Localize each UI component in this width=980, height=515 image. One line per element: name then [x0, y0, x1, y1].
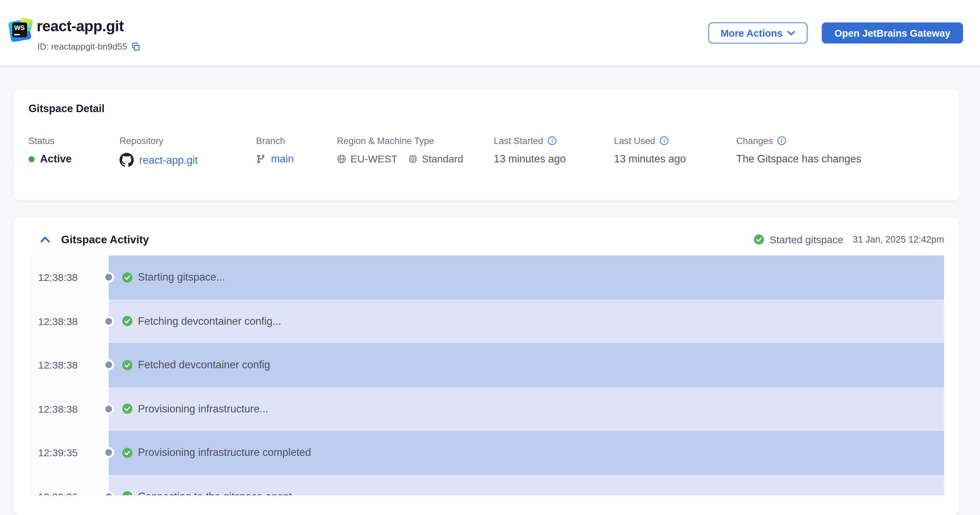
field-changes: Changes The Gitspace has changes — [736, 135, 861, 165]
log-timestamp: 12:39:35 — [38, 447, 78, 459]
chevron-down-icon — [787, 30, 795, 36]
branch-link[interactable]: main — [271, 153, 294, 165]
activity-log-row[interactable]: 12:38:38 Fetching devcontainer config... — [14, 299, 959, 343]
activity-title: Gitspace Activity — [61, 234, 149, 246]
check-circle-icon — [122, 360, 132, 370]
status-active-dot-icon — [29, 156, 35, 162]
timeline-dot-icon — [103, 403, 114, 415]
timeline-dot-icon — [103, 316, 114, 327]
activity-log-rows: 12:38:38 Starting gitspace... 12:38:38 F… — [14, 255, 959, 495]
field-last-started: Last Started 13 minutes ago — [494, 135, 566, 165]
git-branch-icon — [256, 154, 266, 164]
info-icon[interactable] — [777, 136, 786, 145]
check-circle-icon — [122, 448, 132, 458]
last-started-value: 13 minutes ago — [494, 153, 566, 165]
log-message: Starting gitspace... — [138, 271, 225, 284]
log-row-fill: Fetched devcontainer config — [109, 343, 944, 387]
info-icon[interactable] — [659, 136, 669, 145]
activity-latest-status: Started gitspace — [770, 234, 843, 245]
webstorm-icon-underscore — [14, 34, 20, 35]
field-last-used: Last Used 13 minutes ago — [614, 135, 686, 165]
activity-log-row[interactable]: 12:38:38 Fetched devcontainer config — [14, 343, 959, 387]
gitspace-id-label: ID: reactappgit-bn9d55 — [37, 41, 127, 52]
log-timestamp: 12:39:36 — [38, 491, 78, 496]
github-icon — [119, 153, 134, 167]
timeline-dot-icon — [103, 447, 114, 458]
last-started-label: Last Started — [494, 136, 543, 146]
copy-id-icon[interactable] — [131, 42, 141, 51]
log-message: Provisioning infrastructure... — [138, 403, 268, 415]
changes-label: Changes — [736, 136, 773, 146]
log-message: Provisioning infrastructure completed — [138, 447, 311, 459]
check-circle-icon — [122, 404, 132, 414]
timeline-dot-icon — [103, 272, 114, 283]
log-row-fill: Fetching devcontainer config... — [109, 299, 944, 343]
check-circle-icon — [754, 234, 764, 245]
webstorm-icon-underscore-holder — [12, 22, 27, 37]
repository-link[interactable]: react-app.git — [139, 154, 197, 166]
region-machine-label: Region & Machine Type — [337, 135, 463, 146]
info-icon[interactable] — [547, 136, 557, 145]
collapse-activity-button[interactable] — [37, 234, 53, 246]
log-row-fill: Provisioning infrastructure... — [109, 387, 944, 431]
changes-value: The Gitspace has changes — [736, 153, 861, 165]
globe-icon — [337, 154, 346, 163]
activity-log-row[interactable]: 12:38:38 Provisioning infrastructure... — [14, 387, 959, 431]
log-row-fill: Connecting to the gitspace agent — [109, 475, 944, 495]
log-timestamp: 12:38:38 — [38, 316, 78, 327]
open-jetbrains-gateway-label: Open JetBrains Gateway — [834, 27, 950, 38]
gitspace-detail-page: WS react-app.git ID: reactappgit-bn9d55 … — [0, 0, 980, 515]
page-title: react-app.git — [37, 18, 124, 35]
log-message: Connecting to the gitspace agent — [138, 491, 292, 496]
activity-log-viewport[interactable]: 12:38:38 Starting gitspace... 12:38:38 F… — [14, 255, 959, 495]
branch-label: Branch — [256, 135, 294, 146]
more-actions-button[interactable]: More Actions — [708, 22, 808, 43]
log-row-fill: Starting gitspace... — [109, 255, 944, 299]
machine-type-value: Standard — [422, 153, 463, 164]
log-row-fill: Provisioning infrastructure completed — [109, 431, 944, 475]
more-actions-label: More Actions — [721, 27, 783, 38]
log-timestamp: 12:38:38 — [38, 359, 78, 371]
activity-log-row[interactable]: 12:38:38 Starting gitspace... — [14, 255, 959, 299]
log-message: Fetched devcontainer config — [138, 359, 270, 371]
log-message: Fetching devcontainer config... — [138, 315, 281, 327]
check-circle-icon — [122, 316, 132, 327]
field-region-machine: Region & Machine Type EU-WEST Standard — [337, 135, 463, 164]
gitspace-detail-card: Gitspace Detail Status Active Repository… — [14, 89, 959, 201]
status-value: Active — [40, 153, 72, 165]
gitspace-activity-card: Gitspace Activity Started gitspace 31 Ja… — [14, 217, 959, 515]
last-used-value: 13 minutes ago — [614, 153, 686, 165]
log-timestamp: 12:38:38 — [38, 272, 78, 283]
activity-latest-timestamp: 31 Jan, 2025 12:42pm — [853, 234, 944, 245]
repository-label: Repository — [119, 135, 197, 146]
field-status: Status Active — [29, 135, 72, 165]
activity-log-row[interactable]: 12:39:35 Provisioning infrastructure com… — [14, 431, 959, 475]
webstorm-icon: WS — [9, 18, 32, 41]
chevron-up-icon — [40, 235, 50, 243]
check-circle-icon — [122, 273, 132, 283]
machine-type-icon — [408, 154, 418, 163]
activity-log-row[interactable]: 12:39:36 Connecting to the gitspace agen… — [14, 475, 959, 495]
log-timestamp: 12:38:38 — [38, 403, 78, 415]
field-repository: Repository react-app.git — [119, 135, 197, 167]
check-circle-icon — [122, 491, 132, 496]
open-jetbrains-gateway-button[interactable]: Open JetBrains Gateway — [822, 22, 963, 43]
field-branch: Branch main — [256, 135, 294, 165]
activity-header: Gitspace Activity Started gitspace 31 Ja… — [14, 217, 959, 255]
region-value: EU-WEST — [350, 153, 397, 164]
status-label: Status — [29, 135, 72, 146]
timeline-dot-icon — [103, 360, 114, 371]
detail-card-title: Gitspace Detail — [29, 103, 105, 115]
last-used-label: Last Used — [614, 136, 655, 146]
page-header: WS react-app.git ID: reactappgit-bn9d55 … — [0, 0, 980, 67]
